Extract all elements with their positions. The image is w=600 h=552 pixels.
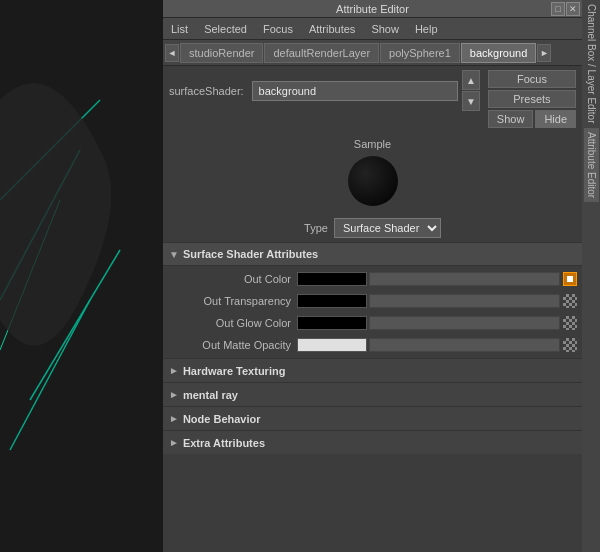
extra-attributes-title: Extra Attributes [183, 437, 265, 449]
out-color-label: Out Color [167, 273, 297, 285]
sidebar-channel-box[interactable]: Channel Box / Layer Editor [584, 0, 599, 128]
checkerboard-icon-3 [563, 338, 577, 352]
out-matte-opacity-swatch[interactable] [297, 338, 367, 352]
surface-shader-arrow: ▼ [169, 249, 179, 260]
sample-area: Sample [163, 130, 582, 214]
menu-list[interactable]: List [167, 21, 192, 37]
right-sidebar: Channel Box / Layer Editor Attribute Edi… [582, 0, 600, 552]
menu-selected[interactable]: Selected [200, 21, 251, 37]
minimize-button[interactable]: □ [551, 2, 565, 16]
tab-prev-button[interactable]: ◄ [165, 44, 179, 62]
title-bar-label: Attribute Editor [336, 3, 409, 15]
hardware-texturing-title: Hardware Texturing [183, 365, 286, 377]
out-transparency-label: Out Transparency [167, 295, 297, 307]
surface-shader-attributes: Out Color Out Transparency Out Glow Colo… [163, 266, 582, 358]
content-area: surfaceShader: ▲ ▼ Focus Presets Show Hi… [163, 66, 582, 552]
surface-shader-section-title: Surface Shader Attributes [183, 248, 318, 260]
menu-show[interactable]: Show [367, 21, 403, 37]
out-glow-color-slider[interactable] [369, 316, 560, 330]
mental-ray-section[interactable]: ► mental ray [163, 382, 582, 406]
title-bar: Attribute Editor □ ✕ [163, 0, 582, 18]
tab-default-render-layer[interactable]: defaultRenderLayer [264, 43, 379, 63]
out-color-swatch[interactable] [297, 272, 367, 286]
extra-attributes-arrow: ► [169, 437, 179, 448]
type-row: Type Surface Shader [163, 214, 582, 242]
out-glow-color-row: Out Glow Color [163, 312, 582, 334]
surface-arrow-up[interactable]: ▲ [462, 70, 480, 90]
checkerboard-icon-1 [563, 294, 577, 308]
presets-button[interactable]: Presets [488, 90, 576, 108]
out-transparency-row: Out Transparency [163, 290, 582, 312]
show-button[interactable]: Show [488, 110, 534, 128]
sidebar-attribute-editor[interactable]: Attribute Editor [584, 128, 599, 202]
hide-button[interactable]: Hide [535, 110, 576, 128]
close-button[interactable]: ✕ [566, 2, 580, 16]
hardware-texturing-arrow: ► [169, 365, 179, 376]
attribute-editor-panel: Attribute Editor □ ✕ List Selected Focus… [163, 0, 582, 552]
type-label: Type [304, 222, 328, 234]
node-behavior-arrow: ► [169, 413, 179, 424]
node-behavior-title: Node Behavior [183, 413, 261, 425]
menu-bar: List Selected Focus Attributes Show Help [163, 18, 582, 40]
menu-focus[interactable]: Focus [259, 21, 297, 37]
tab-poly-sphere[interactable]: polySphere1 [380, 43, 460, 63]
viewport [0, 0, 163, 552]
focus-button[interactable]: Focus [488, 70, 576, 88]
surface-shader-input[interactable] [252, 81, 458, 101]
extra-attributes-section[interactable]: ► Extra Attributes [163, 430, 582, 454]
tab-studio-render[interactable]: studioRender [180, 43, 263, 63]
sample-sphere [348, 156, 398, 206]
out-color-row: Out Color [163, 268, 582, 290]
out-matte-opacity-label: Out Matte Opacity [167, 339, 297, 351]
out-matte-opacity-icon[interactable] [562, 337, 578, 353]
out-glow-color-label: Out Glow Color [167, 317, 297, 329]
tab-bar: ◄ studioRender defaultRenderLayer polySp… [163, 40, 582, 66]
menu-attributes[interactable]: Attributes [305, 21, 359, 37]
node-behavior-section[interactable]: ► Node Behavior [163, 406, 582, 430]
out-transparency-swatch[interactable] [297, 294, 367, 308]
surface-shader-label: surfaceShader: [169, 85, 244, 97]
surface-arrow-down[interactable]: ▼ [462, 91, 480, 111]
out-transparency-slider[interactable] [369, 294, 560, 308]
surface-shader-section-header[interactable]: ▼ Surface Shader Attributes [163, 242, 582, 266]
out-glow-color-swatch[interactable] [297, 316, 367, 330]
out-color-icon[interactable] [562, 271, 578, 287]
mental-ray-arrow: ► [169, 389, 179, 400]
out-glow-color-icon[interactable] [562, 315, 578, 331]
out-matte-opacity-row: Out Matte Opacity [163, 334, 582, 356]
out-matte-opacity-slider[interactable] [369, 338, 560, 352]
out-color-slider[interactable] [369, 272, 560, 286]
tab-next-button[interactable]: ► [537, 44, 551, 62]
menu-help[interactable]: Help [411, 21, 442, 37]
mental-ray-title: mental ray [183, 389, 238, 401]
type-select[interactable]: Surface Shader [334, 218, 441, 238]
orange-icon [563, 272, 577, 286]
tab-background[interactable]: background [461, 43, 537, 63]
checkerboard-icon-2 [563, 316, 577, 330]
out-transparency-icon[interactable] [562, 293, 578, 309]
sample-label: Sample [354, 138, 391, 150]
hardware-texturing-section[interactable]: ► Hardware Texturing [163, 358, 582, 382]
